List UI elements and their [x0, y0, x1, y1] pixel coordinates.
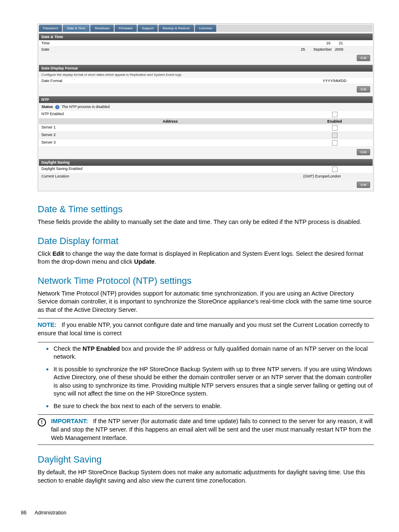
para: These fields provide the ability to manu…	[38, 218, 374, 226]
para: Click Edit to change the way the date fo…	[38, 250, 374, 266]
tab-backup-restore[interactable]: Backup & Restore	[159, 25, 194, 32]
para: Network Time Protocol (NTP) provides sup…	[38, 290, 374, 314]
ntp-server-row: Server 3	[39, 139, 373, 147]
section-daylight: Daylight Saving	[39, 159, 373, 166]
location-row: Current Location (GMT) Europe/London	[39, 173, 373, 180]
daylight-enabled-row: Daylight Saving Enabled	[39, 166, 373, 173]
list-item: Be sure to check the box next to each of…	[46, 402, 374, 411]
time-row: Time 16 21	[39, 40, 373, 46]
tab-date-time[interactable]: Date & Time	[63, 25, 90, 32]
heading-ntp-settings: Network Time Protocol (NTP) settings	[38, 275, 374, 286]
list-item: Check the NTP Enabled box and provide th…	[46, 345, 374, 361]
bullet-list: Check the NTP Enabled box and provide th…	[46, 345, 374, 411]
ntp-status: Status i The NTP process is disabled	[39, 103, 373, 111]
tab-password[interactable]: Password	[39, 25, 62, 32]
edit-dateformat-button[interactable]: Edit	[357, 86, 370, 93]
edit-daylight-button[interactable]: Edit	[357, 182, 370, 188]
important-block: ! IMPORTANT: If the NTP server (for auto…	[38, 417, 374, 442]
page-footer: 86 Administration	[38, 510, 374, 516]
section-date-time: Date & Time	[39, 33, 373, 40]
settings-screenshot: Password Date & Time Shutdown Firmware S…	[38, 23, 374, 191]
para: By default, the HP StoreOnce Backup Syst…	[38, 468, 374, 485]
ntp-enabled-row: NTP Enabled	[39, 111, 373, 118]
server1-checkbox[interactable]	[332, 125, 338, 131]
important-icon: !	[38, 418, 46, 427]
date-format-row: Date Format YYYY/MM/DD	[39, 78, 373, 84]
info-icon: i	[55, 105, 59, 109]
footer-chapter: Administration	[35, 510, 66, 516]
date-row: Date 25 September 2009	[39, 46, 373, 53]
edit-datetime-button[interactable]: Edit	[357, 55, 370, 61]
section-ntp: NTP	[39, 96, 373, 103]
tab-support[interactable]: Support	[138, 25, 158, 32]
note: NOTE: If you enable NTP, you cannot conf…	[38, 321, 374, 337]
tab-firmware[interactable]: Firmware	[115, 25, 137, 32]
ntp-server-row: Server 2	[39, 132, 373, 139]
page-number: 86	[21, 510, 33, 516]
daylight-enabled-checkbox[interactable]	[332, 167, 338, 172]
heading-datetime-settings: Date & Time settings	[38, 204, 374, 215]
divider	[38, 445, 374, 445]
tab-licenses[interactable]: Licenses	[195, 25, 217, 32]
edit-ntp-button[interactable]: Edit	[357, 149, 370, 155]
server3-checkbox[interactable]	[332, 140, 338, 146]
tab-shutdown[interactable]: Shutdown	[90, 25, 114, 32]
server2-checkbox[interactable]	[332, 133, 338, 138]
ntp-table-header: Address Enabled	[39, 118, 373, 124]
divider	[38, 318, 374, 319]
tab-bar: Password Date & Time Shutdown Firmware S…	[39, 25, 373, 32]
ntp-enabled-checkbox[interactable]	[332, 112, 338, 117]
list-item: It is possible to synchronize the HP Sto…	[46, 365, 374, 398]
heading-date-display-format: Date Display format	[38, 236, 374, 247]
ntp-server-row: Server 1	[39, 124, 373, 132]
heading-daylight-saving: Daylight Saving	[38, 454, 374, 465]
date-format-desc: Configure the display format of short da…	[39, 72, 373, 78]
section-date-format: Date Display Format	[39, 65, 373, 72]
divider	[38, 342, 374, 342]
divider	[38, 414, 374, 415]
